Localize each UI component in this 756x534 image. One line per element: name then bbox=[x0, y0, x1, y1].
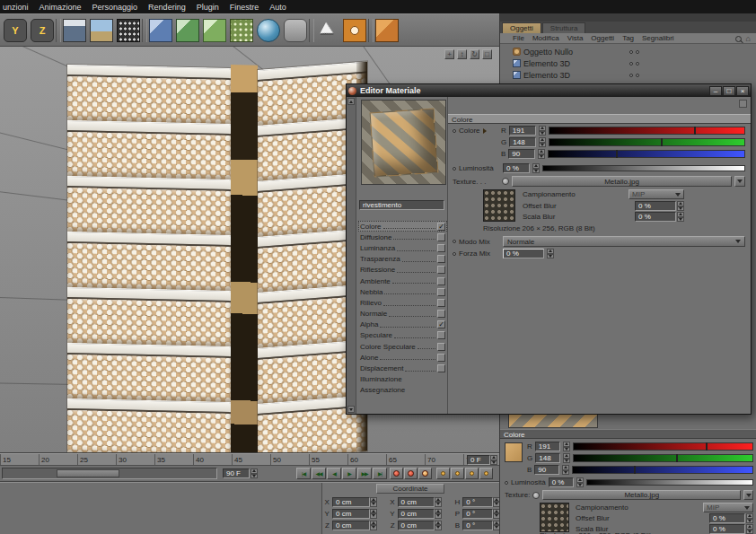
record-active-button[interactable] bbox=[404, 468, 418, 479]
menu-item[interactable]: Rendering bbox=[148, 3, 186, 12]
expand-arrow-icon[interactable] bbox=[483, 128, 487, 134]
channel-checkbox[interactable]: ✓ bbox=[437, 320, 445, 328]
layer-dot-icon[interactable] bbox=[629, 62, 633, 66]
menu-item[interactable]: Personaggio bbox=[92, 3, 138, 12]
r-value-field[interactable]: 191 bbox=[509, 126, 536, 136]
menu-item[interactable]: Auto bbox=[269, 3, 286, 12]
r-stepper[interactable] bbox=[563, 442, 570, 451]
channel-item[interactable]: Colore ✓ bbox=[358, 221, 447, 232]
channel-item[interactable]: Riflessione bbox=[358, 265, 447, 276]
luminosity-slider[interactable] bbox=[586, 479, 753, 486]
channel-item[interactable]: Luminanza bbox=[358, 242, 447, 253]
b-value-field[interactable]: 90 bbox=[508, 149, 535, 159]
menu-item[interactable]: Animazione bbox=[40, 3, 82, 12]
g-stepper[interactable] bbox=[563, 453, 570, 463]
channel-checkbox[interactable] bbox=[437, 364, 445, 372]
tree-row[interactable]: Oggetto Nullo bbox=[500, 46, 756, 57]
channel-checkbox[interactable] bbox=[437, 277, 445, 285]
coord-stepper[interactable] bbox=[493, 497, 499, 507]
key-position-button[interactable] bbox=[436, 468, 450, 479]
coord-stepper[interactable] bbox=[435, 497, 442, 507]
tree-row[interactable]: Elemento 3D bbox=[500, 57, 756, 69]
g-slider[interactable] bbox=[573, 454, 753, 462]
layer-dot-icon[interactable] bbox=[629, 50, 633, 54]
coord-stepper[interactable] bbox=[435, 509, 442, 519]
manager-tab[interactable]: Oggetti bbox=[502, 22, 541, 33]
frame-stepper[interactable] bbox=[490, 455, 497, 465]
anim-dot-icon[interactable] bbox=[453, 252, 456, 256]
om-menu-item[interactable]: Oggetti bbox=[591, 34, 614, 42]
coord-field[interactable]: 0 ° bbox=[462, 497, 493, 507]
anim-dot-icon[interactable] bbox=[453, 129, 456, 133]
array-object-icon[interactable] bbox=[176, 19, 199, 42]
channel-checkbox[interactable]: ✓ bbox=[437, 223, 445, 231]
channel-item[interactable]: Assegnazione bbox=[358, 385, 447, 396]
pin-icon[interactable] bbox=[739, 100, 747, 108]
tree-row[interactable]: Elemento 3D bbox=[500, 69, 756, 81]
scroll-up-icon[interactable] bbox=[347, 98, 355, 105]
material-preview[interactable] bbox=[361, 100, 446, 185]
offset-blur-stepper[interactable] bbox=[746, 513, 753, 523]
home-icon[interactable]: ⌂ bbox=[746, 34, 751, 43]
zoom-icon[interactable]: ↕ bbox=[457, 49, 467, 59]
r-slider[interactable] bbox=[549, 127, 745, 135]
channel-item[interactable]: Colore Speculare bbox=[358, 341, 447, 352]
scroll-down-icon[interactable] bbox=[347, 406, 355, 413]
channel-checkbox[interactable] bbox=[437, 233, 445, 241]
timeline-ruler[interactable]: 15202530354045505560657075 0 F bbox=[0, 453, 499, 466]
texture-browse-icon[interactable] bbox=[532, 492, 540, 499]
texture-thumbnail[interactable] bbox=[540, 503, 569, 532]
scale-blur-field[interactable]: 0 % bbox=[709, 524, 745, 534]
coord-field[interactable]: 0 cm bbox=[332, 509, 370, 519]
color-swatch[interactable] bbox=[505, 442, 523, 462]
selection-tool-icon[interactable] bbox=[316, 19, 339, 42]
channel-item[interactable]: Illuminazione bbox=[358, 374, 447, 385]
search-icon[interactable] bbox=[735, 36, 742, 42]
mix-mode-dropdown[interactable]: Normale bbox=[503, 236, 745, 247]
texture-file-button[interactable]: Metallo.jpg bbox=[542, 490, 741, 500]
divider-icon[interactable] bbox=[309, 19, 314, 42]
channel-checkbox[interactable] bbox=[437, 354, 445, 362]
r-slider[interactable] bbox=[573, 442, 753, 451]
coord-stepper[interactable] bbox=[493, 509, 499, 519]
channel-checkbox[interactable] bbox=[437, 244, 445, 252]
om-menu-item[interactable]: Vista bbox=[567, 34, 584, 42]
channel-checkbox[interactable] bbox=[437, 299, 445, 307]
coord-field[interactable]: 0 ° bbox=[462, 521, 493, 530]
channel-item[interactable]: Alpha ✓ bbox=[358, 320, 447, 330]
menu-item[interactable]: Plugin bbox=[197, 3, 219, 12]
b-slider[interactable] bbox=[548, 150, 745, 158]
render-settings-icon[interactable] bbox=[117, 19, 140, 42]
texture-tool-icon[interactable] bbox=[375, 19, 399, 42]
rotate-icon[interactable]: ↻ bbox=[470, 49, 479, 59]
instance-object-icon[interactable] bbox=[203, 19, 226, 42]
mix-strength-field[interactable]: 0 % bbox=[503, 249, 544, 258]
manager-tab[interactable]: Struttura bbox=[542, 22, 586, 33]
texture-file-button[interactable]: Metallo.jpg bbox=[512, 176, 732, 187]
coord-stepper[interactable] bbox=[435, 521, 442, 530]
layer-dot-icon[interactable] bbox=[636, 62, 639, 66]
channel-item[interactable]: Trasparenza bbox=[358, 254, 447, 265]
layer-dot-icon[interactable] bbox=[636, 74, 639, 77]
scale-blur-field[interactable]: 0 % bbox=[635, 212, 676, 222]
coord-stepper[interactable] bbox=[370, 521, 377, 530]
texture-menu-button[interactable] bbox=[743, 490, 753, 500]
timeline-scrollbar[interactable] bbox=[2, 468, 217, 479]
b-slider[interactable] bbox=[572, 466, 753, 474]
om-menu-item[interactable]: Modifica bbox=[532, 34, 559, 42]
channel-checkbox[interactable] bbox=[437, 255, 445, 263]
channel-item[interactable]: Normale bbox=[358, 309, 447, 320]
maximize-icon[interactable]: □ bbox=[482, 49, 492, 59]
om-menu-item[interactable]: File bbox=[513, 34, 524, 42]
g-slider[interactable] bbox=[549, 138, 745, 146]
go-end-button[interactable]: ▶| bbox=[373, 468, 387, 479]
snap-tool-icon[interactable] bbox=[343, 19, 366, 42]
b-stepper[interactable] bbox=[538, 149, 545, 159]
current-frame-field[interactable]: 0 F bbox=[467, 455, 490, 465]
coord-field[interactable]: 0 cm bbox=[398, 521, 435, 530]
offset-blur-field[interactable]: 0 % bbox=[709, 513, 745, 523]
channel-checkbox[interactable] bbox=[437, 288, 445, 296]
menu-item[interactable]: Finestre bbox=[230, 3, 259, 12]
anim-dot-icon[interactable] bbox=[453, 240, 456, 243]
g-value-field[interactable]: 148 bbox=[509, 137, 536, 147]
